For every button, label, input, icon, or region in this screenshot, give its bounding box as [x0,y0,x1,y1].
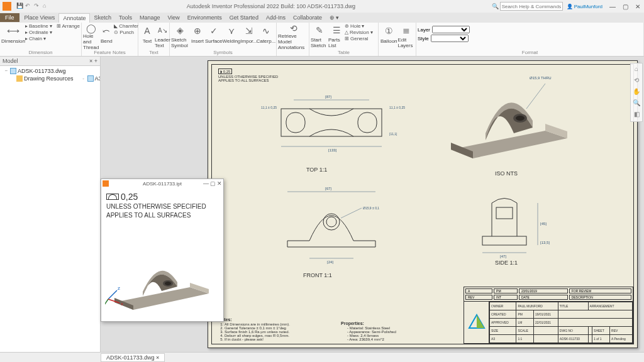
svg-text:[11,1]: [11,1] [389,132,397,136]
svg-text:Ø15,9 ± 0,1: Ø15,9 ± 0,1 [363,206,379,210]
bend-button[interactable]: ⤺Bend [99,23,114,48]
model-browser: Model× + −ADSK-011733.dwg Drawing Resour… [0,57,101,352]
layer-label: Layer [418,27,430,33]
qat-undo-icon[interactable]: ↶ [25,3,33,10]
tab-environments[interactable]: Environments [184,13,226,22]
svg-text:[13,5]: [13,5] [540,241,550,244]
user-icon: 👤 [567,4,573,9]
punch-button[interactable]: ⊙ Punch [114,30,138,35]
cube-icon[interactable]: ◧ [632,111,641,119]
tree-item[interactable]: -A3:1 [79,75,100,82]
caterpillar-button[interactable]: ∿Caterp... [257,23,275,48]
svg-rect-12 [286,112,305,133]
svg-point-4 [165,282,171,285]
window-title: Autodesk Inventor Professional 2022 Buil… [50,3,492,9]
sketch-symbol-button[interactable]: ◈Sketch Symbol [171,23,190,48]
user-menu[interactable]: 👤PaulMunford [567,4,602,9]
qat-home-icon[interactable]: ⌂ [43,3,50,10]
svg-line-34 [526,84,545,109]
front-view-label: FRONT 1:1 [303,272,332,278]
part-window-icon [103,180,109,187]
import-button[interactable]: ⇲Impor... [240,23,257,48]
home-icon[interactable]: ⌂ [632,65,641,74]
tab-view[interactable]: View [164,13,183,22]
drawing-canvas[interactable]: ADSK-011733.ipt—▢✕ 0,25 UNLESS OTHERWISE… [101,57,644,352]
side-view-label: SIDE 1:1 [495,260,518,266]
tab-place-views[interactable]: Place Views [21,13,59,22]
file-tab[interactable]: File [0,13,19,22]
search-icon: 🔍 [492,3,499,9]
chain-button[interactable]: ▸ Chain ▾ [25,36,57,41]
svg-text:[45]: [45] [540,222,547,226]
svg-text:Ø15,9 THRU: Ø15,9 THRU [530,76,552,80]
arrange-button[interactable]: ⊞ Arrange [57,23,80,29]
browser-close-icon[interactable]: × + [89,58,97,64]
tab-overflow[interactable]: ⊕ ▾ [326,13,343,22]
zoom-icon[interactable]: 🔍 [632,99,641,108]
titlebar: 💾 ↶ ↷ ⌂ Autodesk Inventor Professional 2… [0,0,644,13]
svg-text:[67]: [67] [325,187,331,190]
model-tree[interactable]: −ADSK-011733.dwg Drawing Resources-A3:1A… [0,66,100,84]
pan-icon[interactable]: ✋ [632,88,641,97]
maximize-button[interactable]: ▢ [619,3,631,10]
svg-line-28 [341,208,362,218]
search-input[interactable] [500,2,563,11]
menubar: File Place Views Annotate Sketch Tools M… [0,13,644,23]
tab-manage[interactable]: Manage [136,13,164,22]
tab-sketch[interactable]: Sketch [90,13,115,22]
revision-block: APM23/01/2019FOR REVIEW REVINTDATEDESCRI… [464,287,633,301]
style-label: Style [418,36,429,41]
svg-rect-36 [482,236,526,245]
child-max-icon[interactable]: ▢ [210,180,216,187]
svg-text:z: z [118,285,120,291]
layer-select[interactable] [432,26,470,33]
iso-view-label: ISO NTS [495,170,518,177]
close-button[interactable]: ✕ [631,3,644,10]
doctab-dwg[interactable]: ADSK-011733.dwg × [101,353,165,362]
svg-marker-30 [451,143,473,158]
dimension-button[interactable]: ⟷Dimension [1,23,25,48]
text-button[interactable]: AText [140,23,155,48]
retrieve-button[interactable]: ⟲Retrieve Model Annotations [278,23,309,48]
general-button[interactable]: ⊞ General [345,36,373,41]
style-select[interactable] [431,35,469,42]
tab-collaborate[interactable]: Collaborate [289,13,326,22]
start-sketch-button[interactable]: ✎Start Sketch [311,23,328,48]
minimize-button[interactable]: — [606,3,619,10]
tab-get-started[interactable]: Get Started [226,13,262,22]
tab-tools[interactable]: Tools [115,13,136,22]
title-block: OWNERPAUL MUNFORDTITLEARRANGEMENT CREATE… [464,301,633,344]
orbit-icon[interactable]: ⟲ [632,77,641,85]
tab-annotate[interactable]: Annotate [58,13,90,23]
hole-thread-button[interactable]: ◯Hole and Thread [83,23,99,48]
part-window-title: ADSK-011733.ipt [143,181,182,187]
svg-text:[133]: [133] [328,148,337,152]
svg-line-5 [108,290,117,299]
insert-button[interactable]: ⊕Insert [190,23,205,48]
edit-layers-button[interactable]: ≣Edit Layers [397,23,414,48]
chamfer-button[interactable]: ◣ Chamfer [114,23,138,29]
ordinate-button[interactable]: ▸ Ordinate ▾ [25,30,57,35]
leader-button[interactable]: A↘Leader Text [155,23,170,48]
surface-button[interactable]: ✓Surface [205,23,223,48]
part-window[interactable]: ADSK-011733.ipt—▢✕ 0,25 UNLESS OTHERWISE… [101,178,224,322]
svg-text:x: x [121,301,123,307]
baseline-button[interactable]: ▸ Baseline ▾ [25,23,57,29]
welding-button[interactable]: ⋎Welding [223,23,241,48]
top-view-label: TOP 1:1 [306,167,327,173]
svg-point-33 [516,116,525,121]
tree-item[interactable]: Drawing Resources [8,75,74,82]
svg-text:11,1 ± 0,25: 11,1 ± 0,25 [261,106,277,109]
qat-save-icon[interactable]: 💾 [16,3,24,10]
view-toolbar: ⌂ ⟲ ✋ 🔍 ◧ [630,63,643,122]
svg-point-21 [323,214,340,230]
tab-addins[interactable]: Add-Ins [262,13,289,22]
qat-redo-icon[interactable]: ↷ [34,3,42,10]
child-min-icon[interactable]: — [203,180,209,187]
child-close-icon[interactable]: ✕ [217,180,222,187]
balloon-button[interactable]: ①Balloon [380,23,397,48]
revision-button[interactable]: △ Revision ▾ [345,30,373,35]
app-icon [3,2,11,11]
parts-list-button[interactable]: ☰Parts List [328,23,345,48]
hole-table-button[interactable]: ⊚ Hole ▾ [345,23,373,29]
